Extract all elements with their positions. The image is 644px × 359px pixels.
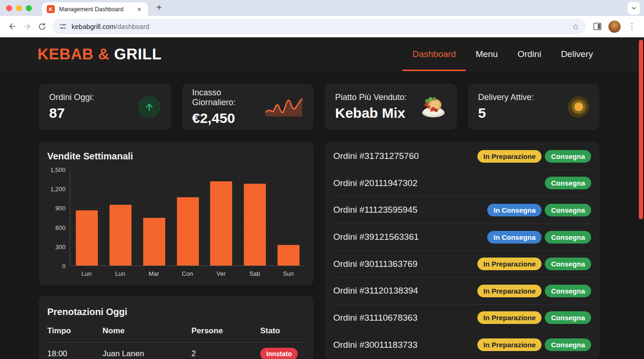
stat-value: Kebab Mix xyxy=(335,105,407,121)
reservation-row: 18:00Juan Lanen2Innstato xyxy=(47,343,305,359)
stat-label: Incasso Giornaliero: xyxy=(192,88,265,108)
col-header-timpo: Timpo xyxy=(47,326,102,336)
order-status-badge[interactable]: Consegna xyxy=(545,204,591,216)
order-status-badge[interactable]: In Preparazione xyxy=(477,338,542,351)
col-header-stato: Stato xyxy=(260,326,305,336)
back-button[interactable] xyxy=(5,19,20,34)
bar-column xyxy=(70,170,104,266)
order-status-badge[interactable]: In Consegna xyxy=(487,231,542,244)
close-window-button[interactable] xyxy=(6,5,12,11)
reservations-header-row: Timpo Nome Persone Stato xyxy=(47,326,305,343)
reload-button[interactable] xyxy=(35,19,50,34)
order-badges: In PreparazioneConsegna xyxy=(477,150,591,163)
x-tick-label: Sun xyxy=(271,270,305,277)
reservation-people: 2 xyxy=(191,349,260,359)
reservation-status-badge: Innstato xyxy=(260,348,298,359)
order-status-badge[interactable]: In Preparazione xyxy=(477,285,542,297)
chart-bar xyxy=(244,184,266,266)
main-nav: DashboardMenuOrdiniDelivery xyxy=(402,38,603,71)
stat-card-delivery: Delivery Attive: 5 xyxy=(468,84,600,130)
nav-item-delivery[interactable]: Delivery xyxy=(551,38,603,71)
logo-primary: KEBAB & xyxy=(37,45,110,63)
tab-title: Management Dashboard xyxy=(59,6,135,13)
stat-value: 87 xyxy=(49,105,94,121)
weekly-sales-chart-card: Vendite Settimanali 03006009001,2001,500… xyxy=(39,142,314,285)
order-status-badge[interactable]: Consegna xyxy=(545,258,591,270)
side-panel-button[interactable] xyxy=(590,19,605,34)
order-row[interactable]: Ordini #11123595945In ConsegnaConsegna xyxy=(333,197,591,224)
order-badges: In PreparazioneConsegna xyxy=(477,258,591,270)
new-tab-button[interactable]: + xyxy=(154,1,165,14)
forward-arrow-icon xyxy=(23,22,32,31)
reservation-name: Juan Lanen xyxy=(102,349,191,359)
forward-button[interactable] xyxy=(20,19,35,34)
x-tick-label: Con xyxy=(171,270,205,277)
order-id-label: Ordini #31110678363 xyxy=(333,313,417,323)
tab-search-button[interactable] xyxy=(628,2,640,14)
reservations-title: Prenotazioni Oggi xyxy=(47,307,305,317)
chart-title: Vendite Settimanali xyxy=(47,151,305,162)
bar-chart: 03006009001,2001,500 xyxy=(47,170,305,266)
col-header-nome: Nome xyxy=(102,326,191,336)
order-status-badge[interactable]: Consegna xyxy=(545,338,591,351)
order-status-badge[interactable]: Consegna xyxy=(545,231,591,244)
nav-item-dashboard[interactable]: Dashboard xyxy=(402,38,466,71)
address-bar[interactable]: kebabgrill.com/dashboard ☆ xyxy=(52,19,586,34)
nav-item-menu[interactable]: Menu xyxy=(466,38,508,71)
chart-y-axis: 03006009001,2001,500 xyxy=(47,170,70,266)
y-tick-label: 300 xyxy=(55,243,66,250)
minimize-window-button[interactable] xyxy=(16,5,22,11)
order-status-badge[interactable]: In Preparazione xyxy=(477,258,542,270)
order-row[interactable]: Ordini #30111363769In PreparazioneConseg… xyxy=(333,251,591,278)
stat-value: €2,450 xyxy=(192,110,265,126)
order-row[interactable]: Ordini #31731275760In PreparazioneConseg… xyxy=(333,143,591,170)
profile-avatar[interactable] xyxy=(608,21,621,33)
chart-plot-area xyxy=(70,170,305,266)
order-badges: In PreparazioneConsegna xyxy=(477,311,591,324)
order-row[interactable]: Ordini #20111947302Consegna xyxy=(333,170,591,197)
order-row[interactable]: Ordini #31110678363In PreparazioneConseg… xyxy=(333,305,591,332)
order-id-label: Ordini #30111363769 xyxy=(333,259,417,269)
reservations-card: Prenotazioni Oggi Timpo Nome Persone Sta… xyxy=(39,296,314,359)
orders-card: Ordini #31731275760In PreparazioneConseg… xyxy=(325,142,600,359)
chart-bars xyxy=(70,170,305,266)
order-status-badge[interactable]: In Consegna xyxy=(487,204,542,216)
order-status-badge[interactable]: Consegna xyxy=(545,311,591,324)
order-status-badge[interactable]: Consegna xyxy=(545,177,591,189)
order-id-label: Ordini #11123595945 xyxy=(333,205,417,215)
tab-close-icon[interactable]: × xyxy=(135,5,143,14)
bar-column xyxy=(171,170,205,266)
bookmark-star-icon[interactable]: ☆ xyxy=(572,22,579,32)
browser-tab-strip: K Management Dashboard × + xyxy=(0,0,644,16)
bar-column xyxy=(205,170,238,266)
reload-icon xyxy=(38,22,46,31)
y-tick-label: 0 xyxy=(62,263,66,270)
bar-column xyxy=(271,170,305,266)
order-status-badge[interactable]: In Preparazione xyxy=(477,311,542,324)
page-scrollbar-thumb[interactable] xyxy=(639,40,643,219)
site-settings-icon[interactable] xyxy=(59,22,67,30)
order-id-label: Ordini #30011183733 xyxy=(333,340,417,350)
order-status-badge[interactable]: In Preparazione xyxy=(477,150,542,163)
order-row[interactable]: Ordini #39121563361In ConsegnaConsegna xyxy=(333,224,591,251)
order-status-badge[interactable]: Consegna xyxy=(545,150,591,163)
browser-tab[interactable]: K Management Dashboard × xyxy=(42,2,148,16)
zoom-window-button[interactable] xyxy=(26,5,32,11)
x-tick-label: Ver xyxy=(204,270,238,277)
nav-item-ordini[interactable]: Ordini xyxy=(508,38,551,71)
order-row[interactable]: Ordini #31120138394In PreparazioneConseg… xyxy=(333,278,591,305)
browser-menu-button[interactable]: ⋮ xyxy=(624,19,639,34)
y-tick-label: 1,500 xyxy=(50,166,66,173)
order-status-badge[interactable]: Consegna xyxy=(545,285,591,297)
x-tick-label: Lun xyxy=(70,270,103,277)
url-text[interactable]: kebabgrill.com/dashboard xyxy=(72,23,572,30)
chart-bar xyxy=(278,245,300,266)
order-badges: In PreparazioneConsegna xyxy=(477,338,591,351)
chart-bar xyxy=(110,205,132,266)
bar-column xyxy=(238,170,272,266)
reservation-time: 18:00 xyxy=(47,349,102,359)
back-arrow-icon xyxy=(8,22,17,31)
order-badges: In ConsegnaConsegna xyxy=(487,204,591,216)
order-row[interactable]: Ordini #30011183733In PreparazioneConseg… xyxy=(333,331,591,359)
order-id-label: Ordini #20111947302 xyxy=(333,178,417,188)
